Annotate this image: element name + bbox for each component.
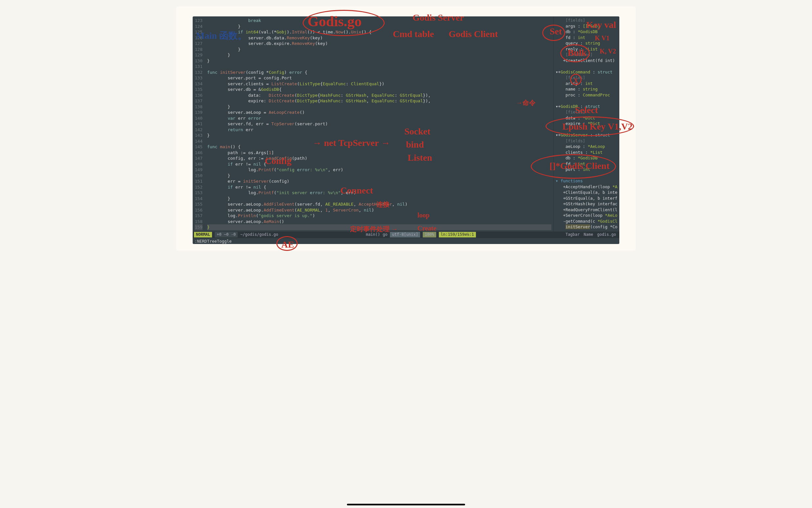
tagbar-item[interactable] — [556, 173, 617, 179]
tagbar-item[interactable]: +ServerCron(loop *AeLo — [556, 213, 617, 219]
tagbar-item[interactable]: [fields] — [556, 138, 617, 144]
tagbar-item[interactable]: data : *Dict — [556, 116, 617, 121]
tagbar-item[interactable]: +ClientEqual(a, b inte — [556, 190, 617, 196]
tagbar-item[interactable]: [fields] — [556, 110, 617, 116]
filetype: go — [383, 232, 387, 237]
tagbar-item[interactable]: fd : int — [556, 35, 617, 41]
tagbar-item[interactable]: fd : int — [556, 161, 617, 167]
tagbar-item[interactable]: reply : *List — [556, 47, 617, 52]
tagbar-item[interactable]: proc : CommandProc — [556, 92, 617, 98]
tagbar-item[interactable]: [fields] — [556, 18, 617, 24]
tagbar-item[interactable]: db : *GodisDB — [556, 29, 617, 35]
status-bar: NORMAL +0 ~0 -0 ~/godis/godis.go main() … — [193, 231, 619, 238]
tagbar-item[interactable]: +CreateClient(fd int) — [556, 58, 617, 64]
tagbar-item[interactable] — [556, 98, 617, 104]
tagbar-pane[interactable]: [fields] args : []*Gobj db : *GodisDB fd… — [553, 16, 619, 231]
tagbar-file: godis.go — [595, 232, 618, 237]
current-func: main() — [366, 232, 380, 237]
tagbar-item[interactable]: [functions] — [556, 52, 617, 58]
cursor-position: ln:159/159≡℅:1 — [439, 232, 476, 237]
tagbar-item[interactable]: arity : int — [556, 81, 617, 87]
git-changes: +0 ~0 -0 — [215, 232, 238, 237]
vim-editor[interactable]: 1231241251261271281291301311321331341351… — [193, 16, 619, 244]
tagbar-item[interactable]: db : *GodisDB — [556, 156, 617, 161]
tagbar-item[interactable]: ▾+GodisDB : struct — [556, 104, 617, 110]
vim-mode: NORMAL — [194, 232, 212, 237]
tagbar-item[interactable] — [556, 64, 617, 70]
notebook-page: 1231241251261271281291301311321331341351… — [176, 7, 636, 251]
tagbar-item[interactable]: ▾+GodisServer : struct — [556, 132, 617, 138]
code-pane[interactable]: break } if int64(val.(*Gobj).IntVal()) <… — [205, 16, 553, 231]
tagbar-item[interactable]: args : []*Gobj — [556, 24, 617, 30]
tagbar-item[interactable] — [556, 127, 617, 133]
file-path: ~/godis/godis.go — [240, 232, 278, 237]
scroll-percent: 100% — [423, 232, 436, 237]
tagbar-sort: Name — [582, 232, 595, 237]
tagbar-item[interactable]: expire : *Dict — [556, 121, 617, 127]
tagbar-item[interactable]: ▾ functions — [556, 178, 617, 184]
editor-body: 1231241251261271281291301311321331341351… — [193, 16, 619, 231]
tagbar-item[interactable]: ▾+GodisCommand : struct — [556, 70, 617, 76]
line-number-gutter: 1231241251261271281291301311321331341351… — [193, 16, 205, 231]
tagbar-item[interactable]: aeLoop : *AeLoop — [556, 144, 617, 150]
tagbar-item[interactable]: +ReadQueryFromClient(l — [556, 207, 617, 213]
encoding: utf-8[unix] — [390, 232, 420, 237]
tagbar-item[interactable]: port : int — [556, 167, 617, 173]
tagbar-item[interactable]: initServer(config *Co — [556, 224, 617, 230]
tagbar-item[interactable]: -getCommand(c *GodisCl — [556, 219, 617, 225]
tagbar-item[interactable]: [fields] — [556, 75, 617, 81]
tagbar-item[interactable]: name : string — [556, 87, 617, 92]
tagbar-item[interactable]: +GStrHash(key interfac — [556, 201, 617, 207]
command-line[interactable]: :NERDTreeToggle — [193, 238, 619, 244]
tagbar-item[interactable]: query : string — [556, 41, 617, 47]
tagbar-item[interactable]: clients : *List — [556, 150, 617, 156]
tagbar-label: Tagbar — [564, 232, 582, 237]
tagbar-item[interactable]: +GStrEqual(a, b interf — [556, 196, 617, 202]
tagbar-item[interactable]: +AcceptHandler(loop *A — [556, 184, 617, 190]
